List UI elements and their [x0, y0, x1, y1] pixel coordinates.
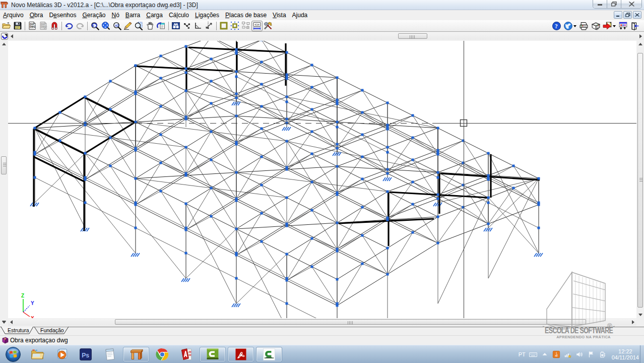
- save-floppy-button[interactable]: [12, 21, 23, 31]
- tray-caret-up-icon[interactable]: [541, 350, 549, 358]
- menu-arquivo[interactable]: Arquivo: [0, 11, 27, 20]
- printer-button[interactable]: [577, 21, 590, 31]
- pan-hand-button[interactable]: [145, 21, 156, 31]
- dropdown-arrow-icon: [613, 25, 616, 27]
- olive-square-dotted-button[interactable]: [229, 21, 240, 31]
- scroll-right-arrow-icon[interactable]: [639, 34, 642, 38]
- redraw-pencil-button[interactable]: [122, 21, 134, 31]
- tray-flag-icon[interactable]: [587, 350, 595, 358]
- dim-axis-button[interactable]: [204, 21, 215, 31]
- zoom-prev-button[interactable]: [89, 21, 100, 31]
- olive-square-button[interactable]: [218, 21, 229, 31]
- globe-button[interactable]: [562, 21, 577, 31]
- zoom-extents-button[interactable]: [100, 21, 111, 31]
- scroll-left-arrow-icon[interactable]: [10, 320, 13, 324]
- help-circle-button[interactable]: ?: [550, 21, 562, 31]
- export-red-button[interactable]: [602, 21, 617, 31]
- taskbar-adobe-reader-button[interactable]: [228, 347, 254, 362]
- top-scrollbar-thumb[interactable]: [398, 33, 427, 39]
- menu-barra[interactable]: Barra: [122, 11, 143, 20]
- taskbar-media-player-button[interactable]: [50, 347, 73, 362]
- tools-hammer-button[interactable]: [263, 21, 274, 31]
- view-3d-button[interactable]: [156, 21, 167, 31]
- minimize-button[interactable]: [593, 0, 607, 8]
- right-scrollbar[interactable]: [637, 41, 644, 318]
- tray-java-box-icon[interactable]: [552, 350, 560, 358]
- drawing-canvas[interactable]: ZYX: [8, 41, 636, 318]
- taskbar-notepad-button[interactable]: [99, 347, 121, 362]
- explorer-folder-icon: [30, 347, 44, 361]
- menu-gera-o[interactable]: Geração: [79, 11, 108, 20]
- taskbar-chrome-button[interactable]: [151, 347, 173, 362]
- redo-disabled-button[interactable]: [75, 21, 86, 31]
- mdi-restore-button[interactable]: [623, 11, 632, 19]
- menu-ajuda[interactable]: Ajuda: [289, 11, 311, 20]
- taskbar-autocad-button[interactable]: 2010: [175, 347, 198, 362]
- dimension-tool-button[interactable]: 434: [251, 21, 263, 31]
- clock[interactable]: 12:22 04/11/2014: [612, 348, 639, 360]
- svg-text:X: X: [31, 316, 34, 318]
- printer-icon: [579, 21, 589, 31]
- tray-keyboard-icon[interactable]: [529, 350, 537, 358]
- tray-power-plug-icon[interactable]: [599, 350, 607, 358]
- dwg-doc-disabled-button[interactable]: DXFDWG: [38, 21, 49, 31]
- status-bar: ? Obra exportaçao dwg: [0, 335, 644, 345]
- show-desktop-button[interactable]: [640, 345, 644, 363]
- left-rotate-scrollbar[interactable]: [1, 41, 8, 325]
- taskbar-start-orb-button[interactable]: [2, 347, 24, 362]
- restore-button[interactable]: [607, 0, 621, 8]
- clock-date: 04/11/2014: [612, 354, 639, 360]
- taskbar-metalicas-app-button[interactable]: [123, 347, 149, 362]
- close-button[interactable]: [621, 0, 641, 8]
- left-scrollbar-thumb[interactable]: [1, 156, 7, 174]
- scroll-right-arrow-icon[interactable]: [632, 320, 634, 324]
- toolbar-right-group: ?: [550, 21, 641, 31]
- scroll-down-arrow-icon[interactable]: [638, 314, 642, 316]
- window-transfer-button[interactable]: [617, 21, 629, 31]
- scroll-up-arrow-icon[interactable]: [2, 43, 6, 45]
- exit-door-icon: [630, 21, 640, 31]
- search-binoculars-button[interactable]: [170, 21, 181, 31]
- magnet-button[interactable]: [49, 21, 60, 31]
- exit-door-button[interactable]: [629, 21, 641, 31]
- bottom-scrollbar-thumb[interactable]: [115, 319, 586, 325]
- undo-button[interactable]: [63, 21, 75, 31]
- zoom-x2-button[interactable]: x2: [111, 21, 122, 31]
- open-folder-button[interactable]: [1, 21, 12, 31]
- dwg-doc-button[interactable]: DXFDWG: [27, 21, 38, 31]
- node-arrows-button[interactable]: [181, 21, 192, 31]
- right-scrollbar-thumb[interactable]: [637, 53, 643, 308]
- menu-vista[interactable]: Vista: [270, 11, 289, 20]
- scroll-down-arrow-icon[interactable]: [2, 321, 6, 324]
- language-indicator[interactable]: PT: [519, 351, 526, 357]
- taskbar-explorer-folder-button[interactable]: [26, 347, 48, 362]
- mdi-minimize-button[interactable]: [614, 11, 622, 19]
- plotter-button[interactable]: [590, 21, 602, 31]
- taskbar-camtasia-green-button[interactable]: [200, 347, 226, 362]
- scroll-left-arrow-icon[interactable]: [11, 34, 13, 38]
- angle-ruler-button[interactable]: [192, 21, 204, 31]
- menu-n-[interactable]: Nó: [109, 11, 122, 20]
- taskbar: Ps2010 PT 12:22 04/11/2014: [0, 345, 644, 363]
- menu-carga[interactable]: Carga: [143, 11, 166, 20]
- menu-liga-es[interactable]: Ligações: [192, 11, 222, 20]
- menu-obra[interactable]: Obra: [27, 11, 46, 20]
- tab-fundacao[interactable]: Fundação: [40, 327, 64, 333]
- zoom-sheet-button[interactable]: [134, 21, 145, 31]
- layers-disabled-button[interactable]: [240, 21, 251, 31]
- tray-network-bars-icon[interactable]: [564, 350, 572, 358]
- mdi-close-button[interactable]: [633, 11, 641, 19]
- taskbar-camtasia-white-button[interactable]: [256, 347, 282, 362]
- thumb-grip-icon: [348, 321, 353, 325]
- taskbar-photoshop-button[interactable]: Ps: [75, 347, 97, 362]
- scroll-up-arrow-icon[interactable]: [638, 43, 642, 45]
- menu-c-lculo[interactable]: Cálculo: [166, 11, 192, 20]
- view-rotate-reset-button[interactable]: [1, 33, 8, 40]
- tab-estrutura[interactable]: Estrutura: [8, 327, 29, 333]
- top-rotate-scrollbar[interactable]: [9, 33, 644, 40]
- menu-desenhos[interactable]: Desenhos: [46, 11, 79, 20]
- tray-speaker-icon[interactable]: [575, 350, 584, 358]
- toolbar-separator: [25, 22, 25, 30]
- menu-placas-de-base[interactable]: Placas de base: [222, 11, 270, 20]
- bottom-scrollbar[interactable]: [8, 319, 636, 326]
